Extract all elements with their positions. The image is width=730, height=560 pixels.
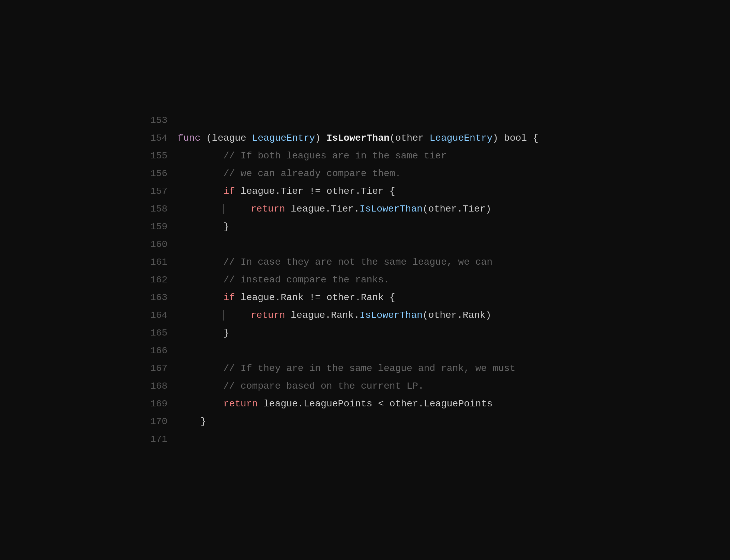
line-number-162: 162 xyxy=(150,271,178,289)
line-number-160: 160 xyxy=(150,236,178,253)
line-content-167: // If they are in the same league and ra… xyxy=(178,360,580,377)
line-number-155: 155 xyxy=(150,147,178,165)
line-number-168: 168 xyxy=(150,377,178,395)
line-content-155: // If both leagues are in the same tier xyxy=(178,147,580,165)
line-content-158: ​ return league.Tier.IsLowerThan(other.T… xyxy=(178,200,580,218)
line-content-168: // compare based on the current LP. xyxy=(178,377,580,395)
code-line-157: 157 if league.Tier != other.Tier { xyxy=(150,183,580,200)
code-line-156: 156 // we can already compare them. xyxy=(150,165,580,183)
line-number-169: 169 xyxy=(150,395,178,413)
line-content-170: } xyxy=(178,413,580,431)
line-number-159: 159 xyxy=(150,218,178,236)
line-number-156: 156 xyxy=(150,165,178,183)
line-content-162: // instead compare the ranks. xyxy=(178,271,580,289)
code-line-161: 161 // In case they are not the same lea… xyxy=(150,253,580,271)
line-content-163: if league.Rank != other.Rank { xyxy=(178,289,580,307)
line-content-154: func (league LeagueEntry) IsLowerThan(ot… xyxy=(178,129,580,147)
code-line-154: 154 func (league LeagueEntry) IsLowerTha… xyxy=(150,129,580,147)
line-content-159: } xyxy=(178,218,580,236)
code-line-164: 164 ​ return league.Rank.IsLowerThan(oth… xyxy=(150,307,580,324)
line-content-157: if league.Tier != other.Tier { xyxy=(178,183,580,200)
line-number-157: 157 xyxy=(150,183,178,200)
line-content-156: // we can already compare them. xyxy=(178,165,580,183)
code-line-163: 163 if league.Rank != other.Rank { xyxy=(150,289,580,307)
line-number-163: 163 xyxy=(150,289,178,307)
code-line-153: 153 xyxy=(150,112,580,129)
code-line-160: 160 xyxy=(150,236,580,253)
line-number-165: 165 xyxy=(150,324,178,342)
line-number-171: 171 xyxy=(150,431,178,448)
code-line-170: 170 } xyxy=(150,413,580,431)
code-line-167: 167 // If they are in the same league an… xyxy=(150,360,580,377)
line-number-153: 153 xyxy=(150,112,178,129)
code-line-169: 169 return league.LeaguePoints < other.L… xyxy=(150,395,580,413)
line-content-169: return league.LeaguePoints < other.Leagu… xyxy=(178,395,580,413)
line-number-158: 158 xyxy=(150,200,178,218)
code-line-168: 168 // compare based on the current LP. xyxy=(150,377,580,395)
line-number-167: 167 xyxy=(150,360,178,377)
code-line-165: 165 } xyxy=(150,324,580,342)
code-line-155: 155 // If both leagues are in the same t… xyxy=(150,147,580,165)
line-number-166: 166 xyxy=(150,342,178,360)
line-content-161: // In case they are not the same league,… xyxy=(178,253,580,271)
line-content-165: } xyxy=(178,324,580,342)
line-number-161: 161 xyxy=(150,253,178,271)
code-editor: 153 154 func (league LeagueEntry) IsLowe… xyxy=(150,105,580,455)
line-content-164: ​ return league.Rank.IsLowerThan(other.R… xyxy=(178,307,580,324)
code-line-159: 159 } xyxy=(150,218,580,236)
code-line-158: 158 ​ return league.Tier.IsLowerThan(oth… xyxy=(150,200,580,218)
code-line-166: 166 xyxy=(150,342,580,360)
line-number-154: 154 xyxy=(150,129,178,147)
line-number-164: 164 xyxy=(150,307,178,324)
code-line-171: 171 xyxy=(150,431,580,448)
code-line-162: 162 // instead compare the ranks. xyxy=(150,271,580,289)
line-number-170: 170 xyxy=(150,413,178,431)
